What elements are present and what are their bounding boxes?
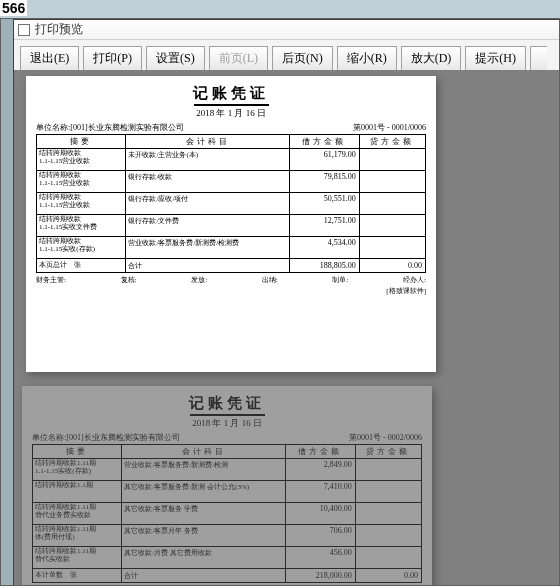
page-number-label: 566: [0, 0, 27, 16]
table-row: 结转跨期收款1.1-1.15实收文件费银行存款/文件费12,751.00: [37, 215, 426, 237]
col-debit: 借方金额: [289, 135, 359, 149]
voucher-meta: 单位名称:[001]长业东腾检测实验有限公司 第0001号 - 0002/000…: [32, 432, 422, 443]
table-row: 结转跨期收款1.1-1.15实收(存款)营业收款/客票服务费/新测费/检测费4,…: [37, 237, 426, 259]
col-summary: 摘要: [33, 445, 122, 459]
table-row: 结转跨期收款1.11期1.1-1.15实收(存款)营业收款/客票服务费/新测费/…: [33, 459, 422, 481]
outer-frame: 打印预览 退出(E) 打印(P) 设置(S) 前页(L) 后页(N) 缩小(R)…: [0, 18, 560, 586]
zoom-in-button[interactable]: 放大(D): [401, 46, 462, 71]
col-account: 会计科目: [122, 445, 285, 459]
exit-button[interactable]: 退出(E): [20, 46, 79, 71]
unit-info: 单位名称:[001]长业东腾检测实验有限公司: [36, 122, 184, 133]
prev-page-button[interactable]: 前页(L): [209, 46, 268, 71]
voucher-page-2: 记账凭证 2018 年 1 月 16 日 单位名称:[001]长业东腾检测实验有…: [22, 386, 432, 585]
window-titlebar: 打印预览: [14, 20, 559, 40]
voucher-title: 记账凭证: [36, 84, 426, 103]
table-row: 结转跨期收款1.11期替代实收款其它收款/月费 其它费用收款456.00: [33, 547, 422, 569]
col-credit: 贷方金额: [355, 445, 421, 459]
next-page-button[interactable]: 后页(N): [272, 46, 333, 71]
voucher-meta: 单位名称:[001]长业东腾检测实验有限公司 第0001号 - 0001/000…: [36, 122, 426, 133]
app-icon: [18, 24, 30, 36]
table-row: 结转跨期收款1.11期替代业务费实收款其它收款/客票服务 学费10,400.00: [33, 503, 422, 525]
voucher-title: 记账凭证: [32, 394, 422, 413]
voucher-date: 2018 年 1 月 16 日: [32, 417, 422, 430]
print-button[interactable]: 打印(P): [83, 46, 142, 71]
preview-area[interactable]: 记账凭证 2018 年 1 月 16 日 单位名称:[001]长业东腾检测实验有…: [14, 70, 559, 585]
col-summary: 摘要: [37, 135, 126, 149]
title-underline: [194, 104, 269, 106]
more-button[interactable]: [530, 46, 547, 71]
table-total-row: 本页总计 张 合计 188,805.00 0.00: [37, 259, 426, 273]
voucher-page-1: 记账凭证 2018 年 1 月 16 日 单位名称:[001]长业东腾检测实验有…: [26, 76, 436, 372]
col-debit: 借方金额: [285, 445, 355, 459]
col-account: 会计科目: [126, 135, 289, 149]
voucher-table: 摘要 会计科目 借方金额 贷方金额 结转跨期收款1.11期1.1-1.15实收(…: [32, 444, 422, 583]
print-preview-window: 打印预览 退出(E) 打印(P) 设置(S) 前页(L) 后页(N) 缩小(R)…: [13, 19, 559, 585]
voucher-table: 摘要 会计科目 借方金额 贷方金额 结转跨期收款1.1-1.15营业收款未开收款…: [36, 134, 426, 273]
title-underline: [190, 414, 265, 416]
col-credit: 贷方金额: [359, 135, 425, 149]
voucher-date: 2018 年 1 月 16 日: [36, 107, 426, 120]
zoom-out-button[interactable]: 缩小(R): [337, 46, 397, 71]
window-title: 打印预览: [35, 21, 83, 38]
voucher-counter: 第0001号 - 0001/0006: [353, 122, 426, 133]
table-row: 结转跨期收款1.1-1.15营业收款银行存款/收款79,815.00: [37, 171, 426, 193]
table-total-row: 本计单数 张 合计 218,000.00 0.00: [33, 569, 422, 583]
table-row: 结转跨期收款1.1-1.15营业收款未开收款/主营业务(本)61,179.00: [37, 149, 426, 171]
table-row: 结转跨期收款1.11期体(费用付现)其它收款/客票月年 务费706.00: [33, 525, 422, 547]
setup-button[interactable]: 设置(S): [146, 46, 205, 71]
table-header-row: 摘要 会计科目 借方金额 贷方金额: [33, 445, 422, 459]
table-row: 结转跨期收款1.1期其它收款/客票服务费/新测 会计公允(3%)7,410.00: [33, 481, 422, 503]
tips-button[interactable]: 提示(H): [465, 46, 526, 71]
unit-info: 单位名称:[001]长业东腾检测实验有限公司: [32, 432, 180, 443]
footer-software: [格致课软件]: [36, 286, 426, 296]
table-row: 结转跨期收款1.1-1.15营业收款银行存款/应收/项付50,551.00: [37, 193, 426, 215]
sign-line: 财务主管: 复核: 发放: 出纳: 制单: 经办人:: [36, 275, 426, 285]
voucher-counter: 第0001号 - 0002/0006: [349, 432, 422, 443]
table-header-row: 摘要 会计科目 借方金额 贷方金额: [37, 135, 426, 149]
